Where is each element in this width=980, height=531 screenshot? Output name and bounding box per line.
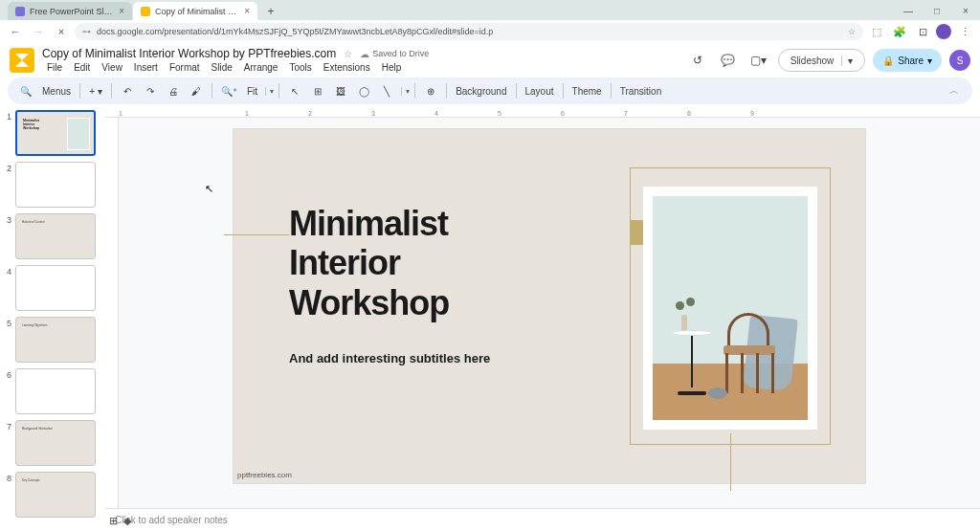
document-title[interactable]: Copy of Minimalist Interior Workshop by …: [42, 47, 336, 60]
textbox-icon[interactable]: ⊞: [307, 80, 328, 101]
menu-extensions[interactable]: Extensions: [319, 61, 375, 74]
slide-thumbnail[interactable]: MinimalistInteriorWorkshop: [15, 110, 96, 156]
slide-thumbnail[interactable]: [15, 162, 96, 208]
film-strip[interactable]: 1 MinimalistInteriorWorkshop 2 3 Histori…: [0, 104, 105, 531]
undo-icon[interactable]: ↶: [117, 80, 138, 101]
explore-button[interactable]: ⊞ ◆: [109, 515, 131, 527]
slide-number: 5: [4, 319, 11, 328]
slide-thumbnail[interactable]: Key Concepts: [15, 472, 96, 518]
workspace: 1 MinimalistInteriorWorkshop 2 3 Histori…: [0, 104, 980, 531]
select-icon[interactable]: ↖: [284, 80, 305, 101]
canvas[interactable]: ↖ Minimalist Interior Workshop And add i…: [119, 118, 980, 508]
explore-icon: ◆: [123, 515, 131, 527]
slide-thumbnail[interactable]: [15, 265, 96, 311]
maximize-icon[interactable]: □: [923, 1, 951, 20]
new-slide-icon[interactable]: + ▾: [85, 80, 106, 101]
new-tab-button[interactable]: +: [262, 3, 279, 20]
slide-image[interactable]: [643, 187, 817, 430]
extensions-icon[interactable]: ⬚: [867, 22, 886, 41]
image-icon[interactable]: 🖼: [330, 80, 351, 101]
back-icon[interactable]: ←: [6, 22, 25, 41]
chevron-down-icon[interactable]: ▾: [841, 55, 853, 66]
slide-thumbnail[interactable]: [15, 368, 96, 414]
slide-number: 8: [4, 474, 11, 483]
menu-help[interactable]: Help: [377, 61, 407, 74]
zoom-level[interactable]: Fit: [243, 86, 261, 97]
pouf-graphic: [708, 387, 727, 399]
line-icon[interactable]: ╲: [376, 80, 397, 101]
plant-graphic: [674, 296, 697, 317]
chair-graphic: [716, 313, 791, 395]
minimize-icon[interactable]: —: [894, 1, 923, 20]
background-button[interactable]: Background: [452, 86, 510, 97]
menu-arrange[interactable]: Arrange: [239, 61, 283, 74]
meet-icon[interactable]: ▢▾: [747, 49, 770, 72]
paint-format-icon[interactable]: 🖌: [186, 80, 207, 101]
user-avatar[interactable]: S: [949, 50, 970, 71]
window-controls: — □ ×: [894, 1, 980, 20]
slideshow-button[interactable]: Slideshow ▾: [778, 49, 866, 72]
chevron-down-icon[interactable]: ▾: [265, 87, 274, 96]
profile-avatar[interactable]: [936, 24, 951, 39]
star-icon[interactable]: ☆: [344, 49, 352, 59]
close-icon[interactable]: ×: [244, 6, 250, 16]
browser-tab-active[interactable]: Copy of Minimalist Interior Wo ×: [133, 2, 257, 20]
reload-icon[interactable]: ×: [52, 22, 71, 41]
forward-icon[interactable]: →: [29, 22, 48, 41]
redo-icon[interactable]: ↷: [140, 80, 161, 101]
print-icon[interactable]: 🖨: [163, 80, 184, 101]
slide-number: 1: [4, 112, 11, 122]
extension-icon[interactable]: 🧩: [890, 22, 909, 41]
slide-subtitle[interactable]: And add interesting subtitles here: [289, 351, 490, 365]
shape-icon[interactable]: ◯: [353, 80, 374, 101]
chevron-down-icon[interactable]: ▾: [927, 55, 932, 66]
menu-tools[interactable]: Tools: [284, 61, 316, 74]
slide-thumbnail[interactable]: Background Information: [15, 420, 96, 466]
menus-label[interactable]: Menus: [38, 86, 75, 97]
layout-button[interactable]: Layout: [522, 86, 558, 97]
menu-slide[interactable]: Slide: [207, 61, 237, 74]
lock-icon: 🔒: [882, 55, 894, 66]
slide-number: 7: [4, 422, 11, 431]
save-status[interactable]: ☁ Saved to Drive: [360, 49, 429, 59]
downloads-icon[interactable]: ⊡: [913, 22, 932, 41]
chevron-down-icon[interactable]: ▾: [401, 87, 410, 96]
zoom-icon[interactable]: 🔍⁺: [217, 80, 241, 101]
menu-view[interactable]: View: [97, 61, 127, 74]
decoration-line: [224, 234, 289, 235]
comments-icon[interactable]: 💬: [717, 49, 740, 72]
bookmark-icon[interactable]: ☆: [848, 27, 856, 36]
close-icon[interactable]: ×: [119, 6, 124, 16]
menu-file[interactable]: File: [42, 61, 67, 74]
tab-title: Copy of Minimalist Interior Wo: [155, 7, 238, 16]
slide-thumbnail[interactable]: Historical Context: [15, 213, 96, 259]
url-text: docs.google.com/presentation/d/1mYk4MszS…: [97, 27, 493, 36]
speaker-notes[interactable]: Click to add speaker notes: [105, 508, 980, 531]
transition-button[interactable]: Transition: [616, 86, 666, 97]
slides-logo-icon[interactable]: [10, 48, 34, 73]
slide-footer[interactable]: pptfreebies.com: [234, 467, 296, 483]
theme-button[interactable]: Theme: [568, 86, 606, 97]
menu-insert[interactable]: Insert: [129, 61, 163, 74]
slide-title[interactable]: Minimalist Interior Workshop: [289, 204, 449, 322]
tab-title: Free PowerPoint Slide Downl: [30, 7, 113, 16]
search-icon[interactable]: 🔍: [15, 80, 36, 101]
history-icon[interactable]: ↺: [686, 49, 709, 72]
canvas-area: 1123456789 ↖ Minimalist Interior Worksho…: [105, 104, 980, 531]
slide[interactable]: Minimalist Interior Workshop And add int…: [234, 129, 865, 483]
cursor-icon: ↖: [205, 183, 213, 195]
url-field[interactable]: ⊶ docs.google.com/presentation/d/1mYk4Ms…: [75, 23, 863, 40]
menu-format[interactable]: Format: [165, 61, 205, 74]
ruler-vertical: [105, 118, 119, 508]
browser-tab[interactable]: Free PowerPoint Slide Downl ×: [8, 2, 132, 20]
menu-icon[interactable]: ⋮: [955, 22, 974, 41]
close-window-icon[interactable]: ×: [951, 1, 980, 20]
site-info-icon[interactable]: ⊶: [82, 27, 91, 36]
share-button[interactable]: 🔒 Share ▾: [873, 49, 942, 72]
favicon-icon: [15, 7, 25, 16]
app-header: Copy of Minimalist Interior Workshop by …: [0, 43, 980, 77]
slide-thumbnail[interactable]: Learning Objectives: [15, 317, 96, 363]
comment-icon[interactable]: ⊕: [420, 80, 441, 101]
chevron-up-icon[interactable]: ︿: [944, 80, 965, 101]
menu-edit[interactable]: Edit: [69, 61, 95, 74]
